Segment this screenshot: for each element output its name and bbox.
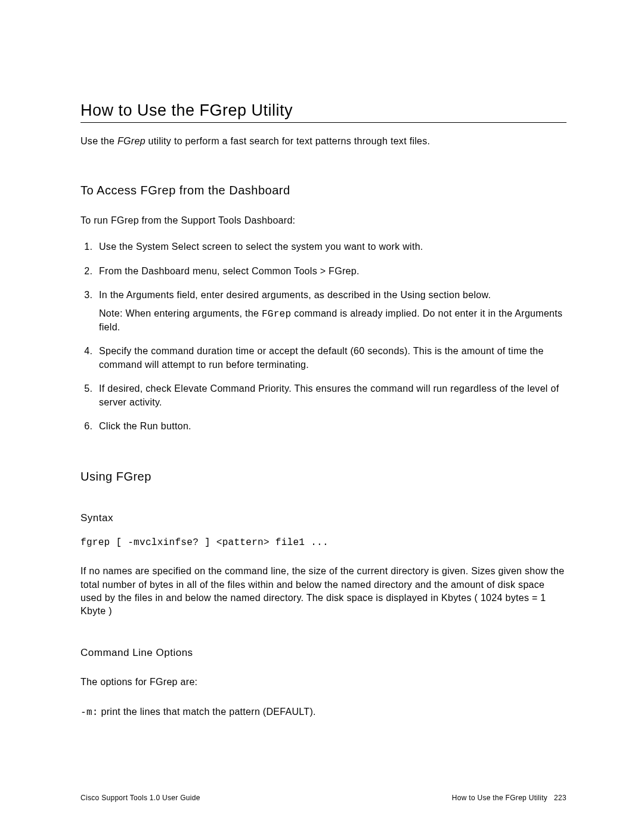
step-text: In the Arguments field, enter desired ar… — [99, 290, 491, 300]
options-heading: Command Line Options — [80, 647, 566, 659]
note-prefix: Note: When entering arguments, the — [99, 308, 262, 318]
step-item: In the Arguments field, enter desired ar… — [95, 289, 566, 334]
section-heading-using: Using FGrep — [80, 470, 566, 484]
step-item: Use the System Select screen to select t… — [95, 240, 566, 253]
section-heading-access: To Access FGrep from the Dashboard — [80, 184, 566, 197]
note-mono: FGrep — [262, 309, 292, 320]
step-item: Click the Run button. — [95, 420, 566, 433]
option-desc: print the lines that match the pattern (… — [98, 707, 316, 717]
footer-right: How to Use the FGrep Utility 223 — [452, 794, 566, 802]
steps-list: Use the System Select screen to select t… — [80, 240, 566, 433]
intro-prefix: Use the — [80, 136, 117, 146]
footer-right-text: How to Use the FGrep Utility — [452, 794, 547, 802]
syntax-description: If no names are specified on the command… — [80, 565, 566, 618]
page-title: How to Use the FGrep Utility — [80, 101, 566, 123]
footer-left: Cisco Support Tools 1.0 User Guide — [80, 794, 200, 802]
step-item: From the Dashboard menu, select Common T… — [95, 265, 566, 278]
document-page: How to Use the FGrep Utility Use the FGr… — [0, 0, 644, 833]
option-m: -m: print the lines that match the patte… — [80, 705, 566, 719]
step-item: Specify the command duration time or acc… — [95, 345, 566, 371]
intro-paragraph: Use the FGrep utility to perform a fast … — [80, 136, 566, 147]
syntax-heading: Syntax — [80, 512, 566, 524]
intro-suffix: utility to perform a fast search for tex… — [145, 136, 431, 146]
section1-lead: To run FGrep from the Support Tools Dash… — [80, 214, 566, 227]
step-item: If desired, check Elevate Command Priori… — [95, 382, 566, 409]
options-lead: The options for FGrep are: — [80, 676, 566, 689]
footer-page-number: 223 — [554, 794, 566, 802]
intro-emphasis: FGrep — [117, 136, 145, 146]
syntax-code: fgrep [ -mvclxinfse? ] <pattern> file1 .… — [80, 537, 566, 548]
page-footer: Cisco Support Tools 1.0 User Guide How t… — [80, 794, 566, 802]
step-note: Note: When entering arguments, the FGrep… — [99, 307, 566, 335]
option-flag: -m: — [80, 707, 98, 718]
